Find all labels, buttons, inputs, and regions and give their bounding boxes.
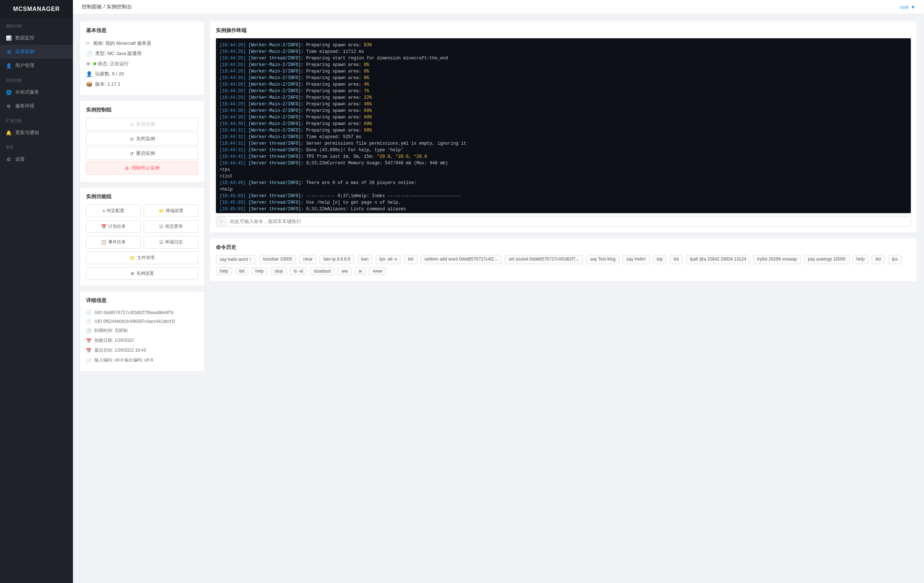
terminal-settings-btn[interactable]: 📁 终端设置	[144, 204, 198, 217]
basic-info-card: 基本信息 ✏ 昵称: 我的 Minecraft 服务器 📄 类型: MC Jav…	[80, 21, 204, 95]
sidebar-item-label: 应用实例	[15, 48, 34, 55]
history-tags: say hello word！bossbar 10000clearban-ip …	[216, 255, 911, 275]
history-tag[interactable]: say Hello!	[622, 255, 650, 264]
sidebar-item-label: 设置	[15, 156, 25, 163]
history-tag[interactable]: top	[653, 255, 667, 264]
history-tag[interactable]: list	[235, 267, 249, 275]
config-icon: ≡	[102, 208, 105, 214]
extend-section-title: 扩展功能	[0, 113, 73, 126]
settings-icon: ⚙	[6, 156, 12, 162]
event-task-btn[interactable]: 📋 事件任务	[86, 236, 141, 249]
detail-card: 详细信息 📄 GID 0dd8576727c4f2d82f7f6eaa9844f…	[80, 292, 204, 371]
gid-icon: 📄	[86, 310, 92, 315]
history-tag[interactable]: ls -al	[290, 267, 307, 275]
history-tag[interactable]: pay suwings 10000	[804, 255, 850, 264]
left-panel: 基本信息 ✏ 昵称: 我的 Minecraft 服务器 📄 类型: MC Jav…	[80, 21, 204, 576]
logo-text: MCSMANAGER	[13, 6, 60, 12]
sidebar-item-users[interactable]: 👤 用户管理	[0, 59, 73, 72]
history-tag[interactable]: clear	[299, 255, 317, 264]
logo: MCSMANAGER	[0, 0, 73, 18]
sidebar-item-updates[interactable]: 🔔 更新与通知	[0, 126, 73, 140]
sidebar-item-distributed[interactable]: 🌐 分布式服务	[0, 85, 73, 99]
version-icon: 📦	[86, 81, 92, 87]
history-tag[interactable]: stop	[271, 267, 287, 275]
history-tag[interactable]: ban	[357, 255, 373, 264]
chevron-down-icon: ▼	[911, 4, 915, 10]
sidebar-item-label: 更新与通知	[15, 129, 39, 136]
terminal-line: [18:45:03] [Server thread/INFO]: -------…	[219, 193, 907, 199]
history-tag[interactable]: ban-ip 8.8.8.8	[319, 255, 354, 264]
instance-settings-btn[interactable]: ⚙ 实例设置	[86, 267, 198, 280]
terminal-line: [18:45:03] [Server thread/INFO]: 0;33;22…	[219, 212, 907, 213]
file-mgmt-btn[interactable]: 📁 文件管理	[86, 252, 198, 264]
history-title: 命令历史	[216, 244, 911, 251]
start-btn[interactable]: ⊙ 开启实例	[86, 118, 198, 131]
sidebar-item-monitor[interactable]: 📊 数据监控	[0, 31, 73, 45]
stop-icon: ⊙	[130, 136, 134, 142]
terminal-line: [18:44:30] [Worker-Main-2/INFO]: Prepari…	[219, 107, 907, 114]
history-tag[interactable]: tps -all -x	[376, 255, 401, 264]
user-menu[interactable]: root ▼	[900, 4, 915, 10]
status-query-btn[interactable]: ☑ 状态查询	[144, 220, 198, 233]
func-card: 实例功能组 ≡ 特定配置 📁 终端设置 📅 计划任务 ☑	[80, 188, 204, 286]
expire-icon: 🕐	[86, 328, 92, 333]
sidebar-item-instances[interactable]: 🖥 应用实例	[0, 45, 73, 59]
sidebar-item-settings[interactable]: ⚙ 设置	[0, 152, 73, 166]
terminal-input[interactable]	[226, 216, 911, 226]
version: 📦 版本: 1.17.1	[86, 79, 198, 89]
terminal-title: 实例操作终端	[216, 27, 911, 34]
restart-btn[interactable]: ↺ 重启实例	[86, 147, 198, 160]
terminal-line: [18:45:03] [Server thread/INFO]: 0;33;22…	[219, 206, 907, 212]
gid-item: 📄 GID 0dd8576727c4f2d82f7f6eaa9844f7b	[86, 308, 198, 317]
encoding-icon: 📄	[86, 358, 92, 363]
history-tag[interactable]: say Test Msg	[586, 255, 620, 264]
username: root	[900, 4, 908, 10]
terminal-card: 实例操作终端 [18:44:26] [Worker-Main-2/INFO]: …	[210, 21, 917, 232]
history-tag[interactable]: tpall @a 10842 29834 13124	[686, 255, 750, 264]
terminal-line: >list	[219, 173, 907, 180]
history-tag[interactable]: www	[369, 267, 386, 275]
stop-btn[interactable]: ⊙ 关闭实例	[86, 132, 198, 145]
history-tag[interactable]: tps	[888, 255, 902, 264]
created-item: 📅 创建日期: 1/29/2022	[86, 336, 198, 346]
terminal-line: [18:44:30] [Worker-Main-2/INFO]: Prepari…	[219, 120, 907, 127]
created-icon: 📅	[86, 338, 92, 343]
env-icon: ⚙	[6, 103, 12, 109]
terminal-line: [18:44:30] [Worker-Main-2/INFO]: Prepari…	[219, 114, 907, 120]
history-tag[interactable]: set socket 0ddd8576727c4f2d82f7...	[505, 255, 583, 264]
func-grid: ≡ 特定配置 📁 终端设置 📅 计划任务 ☑ 状态查询	[86, 204, 198, 280]
history-tag[interactable]: dsadasd	[310, 267, 334, 275]
history-tag[interactable]: help	[216, 267, 232, 275]
type-icon: 📄	[86, 51, 92, 56]
history-tag[interactable]: bossbar 10000	[259, 255, 296, 264]
schedule-btn[interactable]: 📅 计划任务	[86, 220, 141, 233]
instances-icon: 🖥	[6, 49, 12, 54]
status-query-icon: ☑	[159, 224, 163, 229]
terminal-log-btn[interactable]: ☑ 终端日志	[144, 236, 198, 249]
history-tag[interactable]: setitem add word 0ddd8576727c4f2...	[421, 255, 502, 264]
terminal-line: [18:44:26] [Worker-Main-2/INFO]: Prepari…	[219, 62, 907, 68]
kill-btn[interactable]: ⊗ 强制停止实例	[86, 161, 198, 175]
name-icon: ✏	[86, 40, 91, 46]
history-tag[interactable]: w	[355, 267, 366, 275]
sidebar-item-env[interactable]: ⚙ 服务环境	[0, 99, 73, 113]
history-tag[interactable]: list	[670, 255, 683, 264]
terminal-screen: [18:44:26] [Worker-Main-2/INFO]: Prepari…	[216, 38, 911, 213]
specific-config-btn[interactable]: ≡ 特定配置	[86, 204, 141, 217]
terminal-line: >tps	[219, 166, 907, 173]
history-tag[interactable]: say hello word！	[216, 255, 256, 264]
distributed-icon: 🌐	[6, 89, 12, 95]
history-tag[interactable]: help	[251, 267, 268, 275]
terminal-line: [18:44:26] [Worker-Main-2/INFO]: Prepari…	[219, 68, 907, 75]
history-tag[interactable]: ww	[337, 267, 351, 275]
terminal-prefix: >	[216, 216, 226, 226]
status-dot	[93, 62, 96, 65]
terminal-line: [18:44:41] [Server thread/INFO]: 0;33;22…	[219, 160, 907, 166]
history-tag[interactable]: list	[404, 255, 417, 264]
terminal-input-row: >	[216, 216, 911, 227]
terminal-line: [18:44:31] [Worker-Main-2/INFO]: Time el…	[219, 134, 907, 140]
main-content: 控制面板 / 实例控制台 root ▼ 基本信息 ✏ 昵称: 我的 Minecr…	[73, 0, 924, 583]
history-tag[interactable]: trylist 26289 xnuwap	[753, 255, 801, 264]
history-tag[interactable]: list	[871, 255, 885, 264]
history-tag[interactable]: help	[853, 255, 869, 264]
